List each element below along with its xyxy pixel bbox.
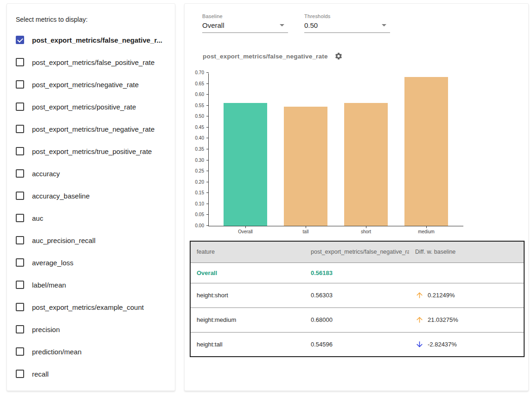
metric-item-label: post_export_metrics/true_positive_rate (32, 147, 152, 155)
checkbox-unchecked[interactable] (16, 303, 24, 311)
checkbox-unchecked[interactable] (16, 347, 24, 356)
checkbox-unchecked[interactable] (16, 258, 24, 267)
metric-item-label: recall (32, 370, 49, 378)
checkbox-unchecked[interactable] (16, 147, 24, 155)
y-tick-mark (206, 94, 209, 95)
x-tick-label: Overall (218, 229, 273, 234)
table-row: height:short0.563030.21249% (190, 283, 524, 307)
checkbox-unchecked[interactable] (16, 236, 24, 244)
metric-item[interactable]: auc_precision_recall (7, 229, 175, 251)
y-tick-mark (206, 214, 209, 215)
metric-item[interactable]: post_export_metrics/true_negative_rate (7, 118, 175, 140)
checkbox-unchecked[interactable] (16, 102, 24, 111)
metric-item-label: post_export_metrics/negative_rate (32, 81, 139, 89)
arrow-up-icon (415, 315, 424, 324)
thresholds-select-value: 0.50 (304, 21, 318, 29)
checkbox-unchecked[interactable] (16, 169, 24, 178)
feature-cell: height:medium (190, 307, 305, 332)
y-tick-label: 0.35 (188, 147, 204, 152)
baseline-select-value: Overall (202, 21, 224, 29)
metric-item[interactable]: post_export_metrics/negative_rate (7, 73, 175, 96)
metric-item[interactable]: post_export_metrics/example_count (7, 296, 175, 318)
metric-value-cell: 0.56303 (305, 283, 409, 307)
bar-short (344, 103, 388, 226)
arrow-up-icon (415, 291, 424, 300)
diff-cell: 0.21249% (409, 283, 524, 307)
metric-item-label: accuracy_baseline (32, 192, 90, 200)
checkbox-unchecked[interactable] (16, 192, 24, 200)
metric-item-label: accuracy (32, 170, 60, 178)
checkbox-checked[interactable] (16, 36, 24, 44)
diff-value: 0.21249% (428, 292, 455, 299)
metric-item-label: label/mean (32, 281, 66, 289)
x-tick-label: tall (278, 229, 333, 234)
x-tick-label: short (338, 229, 394, 234)
metric-item[interactable]: post_export_metrics/positive_rate (7, 96, 175, 118)
y-tick-mark (206, 192, 209, 193)
diff-cell: -2.82437% (409, 332, 524, 357)
metric-item[interactable]: average_loss (7, 251, 175, 274)
metric-item-label: post_export_metrics/true_negative_rate (32, 125, 154, 133)
y-tick-mark (206, 225, 209, 226)
y-tick-mark (206, 105, 209, 106)
table-body: Overall0.56183height:short0.563030.21249… (190, 263, 524, 357)
metric-item[interactable]: recall (7, 363, 175, 385)
baseline-select-group: Baseline Overall (202, 13, 288, 33)
metric-item-label: prediction/mean (32, 348, 82, 356)
chevron-down-icon (382, 24, 386, 26)
feature-cell: Overall (190, 263, 305, 283)
thresholds-select[interactable]: 0.50 (304, 19, 390, 33)
y-tick-mark (206, 160, 209, 160)
metric-item[interactable]: accuracy_baseline (7, 185, 175, 207)
col-header-diff: Diff. w. baseline (409, 241, 524, 263)
checkbox-unchecked[interactable] (16, 370, 24, 378)
y-tick-mark (206, 182, 209, 182)
y-tick-label: 0.05 (188, 212, 204, 217)
diff-cell (409, 263, 524, 283)
chart-header: post_export_metrics/false_negative_rate (203, 51, 343, 61)
y-tick-mark (206, 204, 209, 204)
y-tick-label: 0.45 (188, 125, 204, 130)
metric-value-cell: 0.54596 (305, 332, 409, 357)
checkbox-unchecked[interactable] (16, 281, 24, 289)
metric-item[interactable]: precision (7, 318, 175, 340)
metrics-detail-panel: Baseline Overall Thresholds 0.50 post_ex… (184, 3, 529, 391)
bar-tall (284, 107, 327, 226)
metric-item[interactable]: label/mean (7, 274, 175, 296)
x-tick-label: medium (398, 229, 454, 234)
thresholds-select-group: Thresholds 0.50 (304, 13, 390, 33)
metric-item[interactable]: post_export_metrics/false_negative_r... (7, 29, 175, 51)
metric-item[interactable]: post_export_metrics/false_positive_rate (7, 51, 175, 73)
x-tick-mark (366, 226, 366, 228)
baseline-select-label: Baseline (202, 13, 288, 19)
y-tick-mark (206, 171, 209, 171)
metric-item[interactable]: accuracy (7, 162, 175, 185)
metric-list: post_export_metrics/false_negative_r...p… (7, 29, 175, 385)
y-tick-mark (206, 83, 209, 84)
metric-item-label: post_export_metrics/false_negative_r... (32, 36, 162, 44)
metric-item[interactable]: prediction/mean (7, 340, 175, 363)
y-tick-label: 0.10 (188, 201, 204, 206)
table-row: height:tall0.54596-2.82437% (190, 332, 524, 357)
checkbox-unchecked[interactable] (16, 325, 24, 333)
y-tick-label: 0.60 (188, 92, 204, 97)
checkbox-unchecked[interactable] (16, 58, 24, 66)
checkbox-unchecked[interactable] (16, 80, 24, 89)
col-header-metric: post_export_metrics/false_negative_rat..… (305, 241, 409, 263)
metric-picker-title: Select metrics to display: (16, 16, 175, 23)
gear-icon[interactable] (334, 51, 343, 61)
metric-value-cell: 0.68000 (305, 307, 409, 332)
metric-item-label: average_loss (32, 259, 73, 267)
checkbox-unchecked[interactable] (16, 214, 24, 222)
metric-item[interactable]: post_export_metrics/true_positive_rate (7, 140, 175, 162)
metric-item[interactable]: auc (7, 207, 175, 229)
y-tick-label: 0.50 (188, 114, 204, 119)
chevron-down-icon (280, 24, 284, 26)
y-tick-mark (206, 127, 209, 128)
y-tick-label: 0.40 (188, 135, 204, 141)
table-header-row: feature post_export_metrics/false_negati… (190, 241, 524, 263)
bar-medium (404, 77, 448, 226)
baseline-select[interactable]: Overall (202, 19, 288, 33)
y-tick-mark (206, 72, 209, 73)
checkbox-unchecked[interactable] (16, 125, 24, 133)
